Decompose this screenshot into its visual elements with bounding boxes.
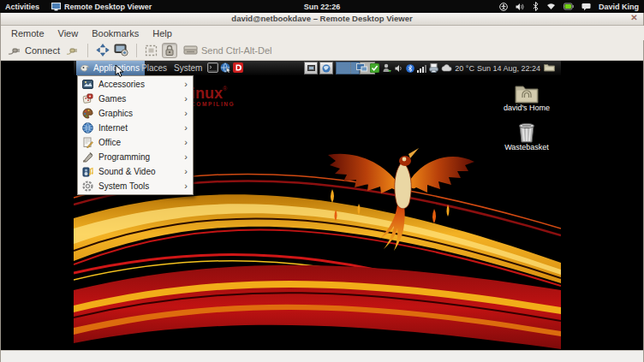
mouse-cursor [115,64,125,78]
temperature-label[interactable]: 20 °C [455,64,474,73]
remote-viewport: inux® COMPILING Applications Places Syst… [1,61,643,350]
submenu-arrow-icon: › [184,123,188,133]
connect-label: Connect [25,45,60,56]
logo-subtext: COMPILING [191,102,235,108]
games-icon [82,93,93,104]
desktop-icon-wastebasket[interactable]: Wastebasket [494,122,559,151]
desktop-icon-home[interactable]: david's Home [494,83,559,112]
menu-item-sound-video[interactable]: Sound & Video › [79,164,192,179]
menu-view[interactable]: View [51,27,86,39]
wastebasket-icon-label: Wastebasket [494,143,559,151]
app-window-icon [51,2,61,11]
bluetooth-icon[interactable] [406,64,414,73]
show-desktop-icon [307,65,315,72]
accessibility-icon[interactable] [499,3,508,11]
submenu-arrow-icon: › [184,152,188,162]
menu-item-accessories[interactable]: Accessories › [79,77,192,92]
scaling-icon[interactable] [145,45,158,56]
menu-item-programming[interactable]: Programming › [79,150,192,164]
disconnect-icon[interactable] [66,45,80,56]
wifi-icon[interactable] [546,3,556,10]
applications-menu: Accessories › Games › Graphics › Interne… [77,75,194,195]
office-icon [82,137,93,148]
graphics-icon [82,108,93,119]
wastebasket-icon [494,122,559,143]
shell-app-menu[interactable]: Remote Desktop Viewer [48,0,155,13]
weather-cloud-icon[interactable] [441,64,452,72]
updates-ok-icon[interactable] [370,63,379,73]
globe-applet-button[interactable] [319,62,333,74]
remote-screens-icon[interactable] [356,63,367,73]
menu-item-office[interactable]: Office › [79,135,192,150]
shell-top-bar: Activities Remote Desktop Viewer Sun 22:… [0,0,644,13]
submenu-arrow-icon: › [184,181,188,191]
internet-icon [82,122,93,134]
panel-clock[interactable]: Sun 14 Aug, 22:24 [477,64,540,73]
system-menu-button[interactable]: System [174,61,202,75]
connect-icon [8,45,21,56]
remote-screen[interactable]: inux® COMPILING Applications Places Syst… [74,61,561,350]
user-status-icon[interactable] [382,63,392,73]
submenu-arrow-icon: › [184,138,188,147]
home-icon-label: david's Home [494,104,559,112]
window-statusbar [1,350,643,362]
menu-item-games[interactable]: Games › [79,92,192,106]
show-desktop-button[interactable] [304,62,318,74]
toolbar-separator [87,44,88,57]
menu-bookmarks[interactable]: Bookmarks [85,27,146,39]
menu-item-graphics[interactable]: Graphics › [79,106,192,121]
bluetooth-icon[interactable] [533,2,539,11]
submenu-arrow-icon: › [184,109,188,118]
window-menubar: Remote View Bookmarks Help [1,26,644,40]
menu-item-internet[interactable]: Internet › [79,121,192,135]
keyboard-icon [183,45,198,56]
submenu-arrow-icon: › [184,80,188,89]
submenu-arrow-icon: › [184,167,188,176]
printer-icon[interactable] [429,63,438,73]
distro-icon [80,63,90,73]
notification-tray: 20 °C Sun 14 Aug, 22:24 [350,61,540,75]
programming-icon [82,151,93,163]
volume-icon[interactable] [395,64,403,73]
logo-text: inux [191,85,223,102]
d-launcher-icon[interactable] [233,62,243,73]
terminal-launcher-icon[interactable] [207,62,218,73]
user-menu[interactable]: David King [599,3,639,11]
screenshot-icon[interactable] [114,44,128,56]
applications-menu-button[interactable]: Applications [76,61,145,75]
window-titlebar[interactable]: david@netbookdave – Remote Desktop Viewe… [1,13,643,26]
toolbar-separator [136,44,137,57]
menu-remote[interactable]: Remote [4,27,51,39]
send-ctrl-alt-del-label: Send Ctrl-Alt-Del [201,45,272,56]
readonly-toggle-button[interactable] [162,43,177,58]
tray-separator [350,62,354,74]
fullscreen-icon[interactable] [96,44,110,56]
signal-icon[interactable] [417,64,426,73]
browser-launcher-icon[interactable] [220,62,231,73]
readonly-lock-icon [164,45,175,56]
shell-system-area: David King [496,0,642,13]
window-title: david@netbookdave – Remote Desktop Viewe… [1,14,643,23]
sound-video-icon [82,166,93,177]
wallpaper-logo: inux® COMPILING [191,86,235,108]
menu-item-system-tools[interactable]: System Tools › [79,179,192,193]
accessories-icon [82,79,93,90]
close-button[interactable]: ✕ [629,13,640,23]
system-tools-icon [82,181,93,192]
shell-clock[interactable]: Sun 22:26 [301,0,344,13]
window-toolbar: Connect Send Ctrl-Alt-Del [1,40,643,61]
volume-icon[interactable] [516,3,525,11]
battery-icon[interactable] [564,3,574,10]
send-ctrl-alt-del-button[interactable]: Send Ctrl-Alt-Del [182,44,274,56]
globe-applet-icon [322,64,331,73]
chat-icon[interactable] [581,3,591,11]
home-folder-icon [494,83,559,104]
menu-help[interactable]: Help [146,27,179,39]
activities-button[interactable]: Activities [2,0,43,13]
remote-top-panel: Applications Places System [74,61,561,75]
connect-button[interactable]: Connect [6,44,62,57]
folder-applet-icon[interactable] [544,62,555,72]
places-menu-button[interactable]: Places [141,61,167,75]
submenu-arrow-icon: › [184,94,188,104]
